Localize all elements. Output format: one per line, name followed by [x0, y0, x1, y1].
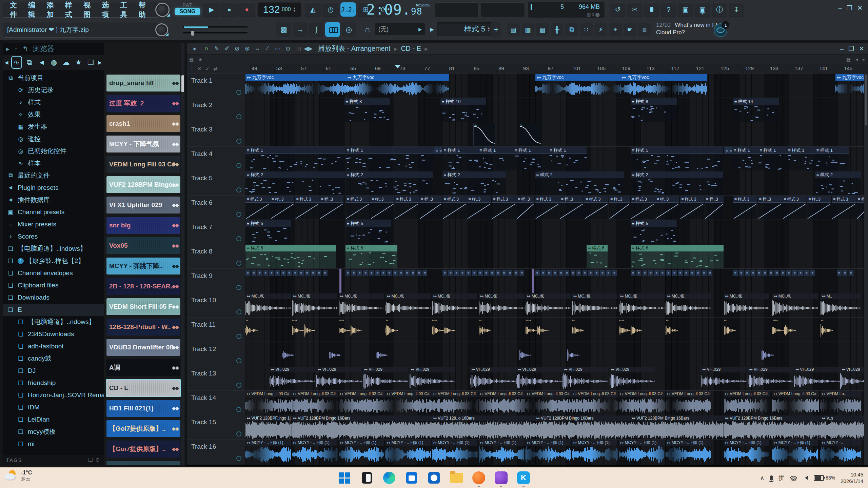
track-name-Track 10[interactable]: Track 10 — [186, 293, 245, 318]
clip-MCYY - ..下降 (1)[interactable]: ↦ MCYY - ..下降 (1) — [386, 440, 431, 464]
track-mute-indicator[interactable] — [236, 383, 241, 388]
clip[interactable]: ≡≡≡≡≡≡≡≡≡≡≡≡≡≡ — [733, 269, 816, 277]
track-lane[interactable]: ↦ VUF2 128BPF..ngo 1|↦ VUF2 128BPM Bingo… — [245, 415, 868, 440]
track-name-Track 12[interactable]: Track 12 — [186, 342, 245, 366]
track-name-Track 5[interactable]: Track 5 — [186, 171, 245, 196]
playlist-minimize-icon[interactable]: – — [840, 45, 844, 52]
play-marker-icon[interactable]: ◀▶ — [303, 45, 313, 52]
pattern-stepper[interactable]: ▲▼ — [487, 26, 490, 32]
track-lane[interactable]: ↦ MC..氛↦ MC..氛↦ MC..氛↦ MC..氛↦ MC..氛↦ MC.… — [245, 293, 868, 318]
clip-VF..029[interactable]: ↦ VF..029 — [563, 367, 608, 390]
clip-VF..029[interactable]: ↦ VF..029 — [316, 367, 362, 390]
track-mute-indicator[interactable] — [236, 456, 241, 461]
track-mute-indicator[interactable] — [236, 236, 241, 241]
track-name-Track 4[interactable]: Track 4 — [186, 147, 245, 171]
browser-item-mcyy模板[interactable]: ❏mcyy模板 — [3, 426, 104, 438]
clip-VEDM Long..ll 03 C#[interactable]: ↦ VEDM Long..ll 03 C# — [666, 391, 711, 415]
track-name-Track 6[interactable]: Track 6 — [186, 196, 245, 220]
clip-样..3[interactable]: ≡ 样..3 — [516, 196, 534, 220]
clip-VEDM Long..ll 03 C#[interactable]: ↦ VEDM Long..ll 03 C# — [526, 391, 572, 415]
clip-样式 1[interactable]: ≡ 样式 1 — [513, 147, 549, 171]
clip-VEDM Long..ll 03 C#[interactable]: ↦ VEDM Long..ll 03 C# — [479, 391, 525, 415]
clip-样式 1[interactable]: ≡ 样式 1 — [478, 147, 513, 171]
browser-item-样式[interactable]: ♪样式 — [3, 96, 104, 108]
clip-source-drop_snare fill[interactable]: drop_snare fill◆◆ — [106, 75, 180, 92]
menu-文件[interactable]: 文件 — [7, 0, 25, 19]
track-mute-indicator[interactable] — [236, 261, 241, 266]
clip-样式 3[interactable]: ≡ 样式 3 — [832, 196, 856, 220]
clip-样..3[interactable]: ≡ 样..3 — [467, 196, 491, 220]
clip[interactable] — [532, 269, 534, 293]
menu-帮助[interactable]: 帮助 — [136, 0, 154, 19]
oscilloscope-panel[interactable] — [435, 2, 479, 17]
clip[interactable] — [519, 342, 531, 366]
browser-tab-internet[interactable]: ◍ — [49, 57, 59, 68]
clip-样..3[interactable]: ≡ 样..3 — [319, 196, 343, 220]
clip-样式 1[interactable]: ≡ 样式 1 — [631, 147, 723, 171]
grid-icon[interactable]: ▦ — [189, 57, 194, 62]
taskbar-app-store[interactable] — [405, 471, 419, 485]
browser-item-当前项目[interactable]: ⧉当前项目 — [3, 72, 104, 84]
clip-九万字voc[interactable]: ↦ 九万字voc — [621, 74, 707, 98]
paint-icon[interactable]: ✐ — [222, 45, 232, 52]
browser-item-历史记录[interactable]: ⟳历史记录 — [3, 84, 104, 96]
clip[interactable]: ≡≡≡ — [837, 269, 858, 277]
clip-source-Vox05[interactable]: Vox05◆◆ — [106, 237, 180, 254]
touch-icon[interactable]: ☛ — [624, 23, 636, 36]
clip-MC..氛[interactable]: ↦ MC..氛 — [292, 293, 338, 317]
track-name-Track 1[interactable]: Track 1 — [186, 74, 245, 98]
track-lane[interactable]: ↦ VEDM Long..ll 03 C#↦ VEDM Long..ll 03 … — [245, 391, 868, 415]
info-icon[interactable]: ⓘ — [712, 2, 727, 17]
magnet-icon[interactable]: ∩ — [201, 45, 212, 52]
help-icon[interactable]: ? — [661, 2, 676, 17]
clip[interactable] — [339, 269, 341, 293]
track-lane[interactable]: ≡ 样式 8≡ 样式 10≡ 样式 8≡ 样式 14 — [245, 98, 868, 122]
clip-样式 2[interactable]: ≡ 样式 2 — [631, 171, 723, 195]
track-name-Track 9[interactable]: Track 9 — [186, 269, 245, 293]
master-volume-slider[interactable] — [183, 26, 248, 28]
clip-source-2B - 128 - 128-SEAR..[interactable]: 2B - 128 - 128-SEAR..◆◆ — [106, 278, 180, 295]
clip-MCYY - ..下降 (1)[interactable]: ↦ MCYY - ..下降 (1) — [245, 440, 291, 464]
clip[interactable] — [282, 342, 294, 366]
snap-selector[interactable]: (无)▶ — [375, 23, 425, 35]
clip-MCYY -..[interactable]: ↦ MCYY -.. — [821, 440, 861, 464]
track-mute-indicator[interactable] — [236, 187, 241, 192]
ime-indicator[interactable]: 拼 — [778, 474, 784, 482]
export-icon[interactable]: ↧ — [729, 2, 744, 17]
browser-back-icon[interactable]: ↰ — [22, 45, 28, 53]
taskbar-app-outlook[interactable] — [427, 471, 441, 485]
fl-cloud-news[interactable]: 12/10 What's new in FL Cloud Pro? — [656, 21, 719, 36]
clip-样..3[interactable]: ≡ 样..3 — [758, 196, 782, 220]
main-volume-knob[interactable] — [155, 3, 170, 17]
clip[interactable]: ≡≡≡≡≡≡≡≡≡≡≡≡≡≡ — [442, 269, 526, 277]
tempo-display[interactable]: 132.000 ▲▼ — [258, 2, 301, 17]
track-mute-indicator[interactable] — [236, 407, 241, 412]
track-name-Track 11[interactable]: Track 11 — [186, 318, 245, 342]
tabs-left-icon[interactable]: ◂ — [5, 58, 8, 66]
clip-VF..029[interactable]: ↦ VF..029 — [410, 367, 455, 390]
undo-icon[interactable]: ↺ — [610, 2, 625, 17]
scroll-right-icon[interactable]: ▸ — [863, 57, 865, 62]
clip-source-crash1[interactable]: crash1◆◆ — [106, 115, 180, 132]
track-lane[interactable]: ≡ 样式 5≡ 样式 5≡ 样式 5 — [245, 220, 868, 244]
channel-rack-icon[interactable]: ▦ — [536, 23, 549, 36]
track-mute-indicator[interactable] — [236, 431, 241, 436]
browser-item-插件数据库[interactable]: ◄插件数据库 — [3, 194, 104, 206]
clip-样式 2[interactable]: ≡ 样式 2 — [815, 171, 862, 195]
slide-icon[interactable]: ↔ — [252, 45, 262, 52]
browser-item-遥控[interactable]: ◎遥控 — [3, 133, 104, 145]
clip-MCYY - ..下降 (1)[interactable]: ↦ MCYY - ..下降 (1) — [572, 440, 618, 464]
mixer-icon[interactable]: ╫ — [551, 23, 564, 36]
clip-MCYY - ..下降 (1)[interactable]: ↦ MCYY - ..下降 (1) — [292, 440, 338, 464]
clip-MCYY - ..下降 (1)[interactable]: ↦ MCYY - ..下降 (1) — [724, 440, 770, 464]
clip[interactable]: ↦↦ — [619, 318, 642, 342]
clip-样式 3[interactable]: ≡ 样式 3 — [492, 196, 516, 220]
clip-VEDM Long..ll 03 C#[interactable]: ↦ VEDM Long..ll 03 C# — [432, 391, 478, 415]
clip[interactable]: ≡≡≡≡≡≡≡≡≡≡≡≡≡≡ — [346, 269, 429, 277]
track-mute-indicator[interactable] — [236, 212, 241, 217]
clip[interactable]: ↦↦ — [292, 318, 315, 342]
clip-MCYY - ..下降 (1)[interactable]: ↦ MCYY - ..下降 (1) — [432, 440, 478, 464]
clip-MC..氛[interactable]: ↦ MC..氛 — [526, 293, 571, 317]
save-new-icon[interactable]: ▣✳ — [695, 2, 710, 17]
track-mute-indicator[interactable] — [236, 309, 241, 314]
